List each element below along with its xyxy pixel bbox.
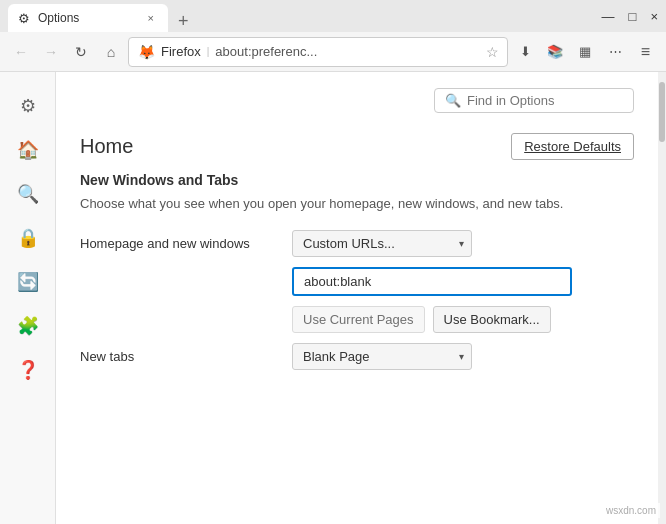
nav-bar: ← → ↻ ⌂ 🦊 Firefox | about:preferenc... ☆… (0, 32, 666, 72)
section-title: Home (80, 135, 133, 158)
nav-icons-group: ⬇ 📚 ▦ ⋯ ≡ (512, 39, 658, 65)
more-tools-button[interactable]: ⋯ (602, 39, 628, 65)
main-container: ⚙ 🏠 🔍 🔒 🔄 🧩 ❓ 🔍 Home Restore Defaults Ne… (0, 72, 666, 524)
sidebar-item-search[interactable]: 🔍 (10, 176, 46, 212)
scrollbar[interactable] (658, 72, 666, 524)
newtabs-select-container: Blank Page ▾ (292, 343, 472, 370)
sidebar-item-extensions[interactable]: 🧩 (10, 308, 46, 344)
sidebar-toggle-button[interactable]: ▦ (572, 39, 598, 65)
home-button[interactable]: ⌂ (98, 39, 124, 65)
homepage-select[interactable]: Custom URLs... (292, 230, 472, 257)
homepage-label: Homepage and new windows (80, 236, 280, 251)
sidebar-item-settings[interactable]: ⚙ (10, 88, 46, 124)
bookmark-star-button[interactable]: ☆ (486, 44, 499, 60)
sidebar-item-sync[interactable]: 🔄 (10, 264, 46, 300)
sidebar-item-privacy[interactable]: 🔒 (10, 220, 46, 256)
search-in-options-container: 🔍 (80, 88, 634, 113)
sidebar-item-home[interactable]: 🏠 (10, 132, 46, 168)
subsection-description: Choose what you see when you open your h… (80, 194, 634, 214)
content-area: 🔍 Home Restore Defaults New Windows and … (56, 72, 658, 524)
hamburger-menu-button[interactable]: ≡ (632, 39, 658, 65)
homepage-select-container: Custom URLs... ▾ (292, 230, 472, 257)
options-tab[interactable]: ⚙ Options × (8, 4, 168, 32)
find-in-options-input[interactable] (467, 93, 623, 108)
use-bookmark-button[interactable]: Use Bookmark... (433, 306, 551, 333)
title-bar: ⚙ Options × + — □ × (0, 0, 666, 32)
address-bar[interactable]: 🦊 Firefox | about:preferenc... ☆ (128, 37, 508, 67)
back-button[interactable]: ← (8, 39, 34, 65)
url-input-row (80, 267, 634, 296)
forward-button[interactable]: → (38, 39, 64, 65)
bookmarks-button[interactable]: 📚 (542, 39, 568, 65)
watermark: wsxdn.com (602, 503, 660, 518)
sidebar: ⚙ 🏠 🔍 🔒 🔄 🧩 ❓ (0, 72, 56, 524)
restore-defaults-button[interactable]: Restore Defaults (511, 133, 634, 160)
minimize-button[interactable]: — (602, 9, 615, 24)
custom-url-input[interactable] (292, 267, 572, 296)
tab-area: ⚙ Options × + (8, 0, 195, 32)
homepage-row: Homepage and new windows Custom URLs... … (80, 230, 634, 257)
window-controls: — □ × (602, 9, 658, 24)
new-tab-button[interactable]: + (172, 11, 195, 32)
downloads-button[interactable]: ⬇ (512, 39, 538, 65)
tab-close-button[interactable]: × (144, 10, 158, 26)
scroll-thumb[interactable] (659, 82, 665, 142)
refresh-button[interactable]: ↻ (68, 39, 94, 65)
newtabs-row: New tabs Blank Page ▾ (80, 343, 634, 370)
browser-name-label: Firefox (161, 44, 201, 59)
section-header: Home Restore Defaults (80, 133, 634, 160)
newtabs-label: New tabs (80, 349, 280, 364)
new-windows-tabs-section: New Windows and Tabs Choose what you see… (80, 172, 634, 370)
find-in-options-icon: 🔍 (445, 93, 461, 108)
close-window-button[interactable]: × (650, 9, 658, 24)
maximize-button[interactable]: □ (629, 9, 637, 24)
address-url-text: about:preferenc... (215, 44, 317, 59)
find-in-options-input-container[interactable]: 🔍 (434, 88, 634, 113)
subsection-title: New Windows and Tabs (80, 172, 634, 188)
sidebar-item-help[interactable]: ❓ (10, 352, 46, 388)
use-current-pages-button[interactable]: Use Current Pages (292, 306, 425, 333)
address-separator: | (207, 46, 210, 57)
url-buttons-row: Use Current Pages Use Bookmark... (80, 306, 634, 333)
newtabs-select[interactable]: Blank Page (292, 343, 472, 370)
tab-title: Options (38, 11, 79, 25)
firefox-logo-icon: 🦊 (137, 43, 155, 61)
tab-settings-icon: ⚙ (18, 11, 30, 26)
